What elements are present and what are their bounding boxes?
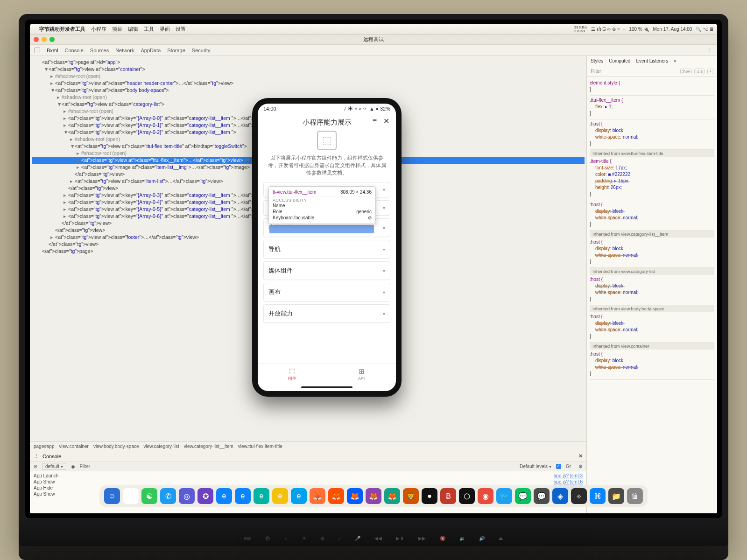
dock-app-icon[interactable]: 🦊: [328, 488, 344, 504]
devtools-tab-console[interactable]: Console: [64, 48, 83, 53]
dock-app-icon[interactable]: 🦊: [310, 488, 325, 504]
style-rule[interactable]: …:host {display: block;white-space: norm…: [590, 119, 714, 150]
tree-node[interactable]: ▸<at">class="tg">view at">class="header …: [32, 80, 585, 87]
battery-status[interactable]: 100 % 🔌: [629, 27, 649, 32]
dock-app-icon[interactable]: 🦊: [347, 488, 363, 504]
category-item[interactable]: 画布▾: [263, 283, 390, 301]
dock-app-icon[interactable]: ☺: [104, 488, 120, 504]
tree-node[interactable]: ▼<at">class="tg">view at">class="body bo…: [32, 87, 585, 94]
dock-app-icon[interactable]: e: [272, 488, 288, 504]
breadcrumb-item[interactable]: page#app: [34, 444, 55, 449]
category-list[interactable]: ▾▾表单组件▾tt-view.ttui-flex__item308.09 × 2…: [258, 182, 396, 363]
dock-app-icon[interactable]: e: [216, 488, 232, 504]
dock-app-icon[interactable]: 📁: [608, 488, 624, 504]
tray-extras[interactable]: 🔍 ⌥ ≣: [696, 27, 713, 32]
cls-toggle[interactable]: .cls: [694, 69, 705, 74]
style-rule[interactable]: …:host {display: block;white-space: norm…: [590, 312, 714, 343]
dock-app-icon[interactable]: 🗑: [627, 488, 643, 504]
devtools-tab-appdata[interactable]: AppData: [141, 48, 161, 53]
console-group-checkbox[interactable]: [556, 464, 561, 469]
dock-app-icon[interactable]: ✪: [197, 488, 213, 504]
styles-filter-label[interactable]: Filter: [591, 69, 601, 74]
add-rule-button[interactable]: +: [707, 69, 713, 74]
minimize-window-icon[interactable]: [42, 37, 47, 42]
menu-item[interactable]: 小程序: [91, 26, 106, 33]
menu-item[interactable]: 工具: [144, 26, 154, 33]
style-rule[interactable]: …:host {display: block;white-space: norm…: [590, 200, 714, 231]
tray-icons[interactable]: ☰ ⏻ G ∞ ⊕ ᯤ ⋯: [591, 27, 626, 32]
console-context-select[interactable]: default ▾: [42, 463, 66, 470]
menu-item[interactable]: 项目: [112, 26, 122, 33]
style-rules[interactable]: element.style {}….ttui-flex__item {flex:…: [587, 77, 717, 513]
menu-item[interactable]: 界面: [160, 26, 170, 33]
dock-app-icon[interactable]: e: [235, 488, 251, 504]
styles-tab[interactable]: Styles: [591, 58, 603, 63]
breadcrumb-item[interactable]: view.container: [59, 444, 89, 449]
console-log-row[interactable]: App Launchapp.js? [sm]:3: [34, 473, 583, 478]
category-item[interactable]: 表单组件▾tt-view.ttui-flex__item308.09 × 24.…: [263, 218, 390, 237]
console-close-icon[interactable]: ✕: [578, 453, 583, 459]
more-tabs-icon[interactable]: »: [674, 58, 677, 63]
dock-app-icon[interactable]: ✆: [160, 488, 176, 504]
tree-node[interactable]: ▼<at">class="tg">view at">class="contain…: [32, 66, 585, 73]
dock-app-icon[interactable]: 🦁: [403, 488, 419, 504]
app-name[interactable]: 字节跳动开发者工具: [39, 26, 85, 33]
event-listeners-tab[interactable]: Event Listeners: [636, 58, 668, 63]
console-filter-input[interactable]: [80, 464, 515, 469]
menu-item[interactable]: 设置: [176, 26, 186, 33]
dock-app-icon[interactable]: ⬡: [459, 488, 475, 504]
home-indicator[interactable]: [301, 386, 352, 388]
dock-app-icon[interactable]: ☯: [141, 488, 157, 504]
window-controls[interactable]: [34, 37, 55, 42]
dock-app-icon[interactable]: ⟐: [571, 488, 587, 504]
category-item[interactable]: 开放能力▾: [263, 304, 390, 323]
dock-app-icon[interactable]: ⌘: [590, 488, 606, 504]
category-item[interactable]: 媒体组件▾: [263, 261, 390, 280]
close-window-icon[interactable]: [34, 37, 39, 42]
devtools-tab-sources[interactable]: Sources: [90, 48, 109, 53]
style-rule[interactable]: ….ttui-flex__item {flex: ▸ 1;}: [590, 96, 714, 119]
console-levels-select[interactable]: Default levels ▾: [520, 464, 551, 469]
style-rule[interactable]: element.style {}: [590, 78, 714, 96]
dock-app-icon[interactable]: Ƀ: [440, 488, 456, 504]
dock-app-icon[interactable]: ●: [422, 488, 437, 504]
dock-app-icon[interactable]: 🦊: [384, 488, 400, 504]
tree-node[interactable]: ▸#shadow-root (open): [32, 73, 585, 80]
devtools-tab-bxml[interactable]: Bxml: [47, 48, 58, 53]
dock-app-icon[interactable]: e: [254, 488, 269, 504]
menu-item[interactable]: 编辑: [128, 26, 138, 33]
tree-node[interactable]: <at">class="tg">page at">id="app">: [32, 59, 585, 66]
devtools-tab-storage[interactable]: Storage: [167, 48, 185, 53]
category-item[interactable]: 导航▾: [263, 240, 390, 259]
dock-app-icon[interactable]: ◉: [478, 488, 493, 504]
style-rule[interactable]: …:host {display: block;white-space: norm…: [590, 238, 714, 268]
devtools-tab-security[interactable]: Security: [192, 48, 211, 53]
style-rule[interactable]: ….item-title {font-size: 17px;color: ■ #…: [590, 157, 714, 200]
tab-components[interactable]: ⬚ 组件: [258, 364, 327, 385]
style-rule[interactable]: …:host {display: block;white-space: norm…: [590, 350, 714, 380]
tab-api[interactable]: ⊞ API: [327, 364, 396, 385]
datetime[interactable]: Mon 17. Aug 14:00: [653, 27, 692, 32]
inspect-icon[interactable]: [35, 48, 40, 53]
breadcrumb-item[interactable]: view.ttui-flex.item-title: [238, 444, 282, 449]
dock-app-icon[interactable]: ●: [123, 488, 139, 504]
dock-app-icon[interactable]: 🐦: [496, 488, 512, 504]
console-drawer-header[interactable]: ⋮Console ✕: [30, 451, 586, 461]
devtools-tab-network[interactable]: Network: [115, 48, 134, 53]
dock-app-icon[interactable]: 🦊: [366, 488, 381, 504]
dock-app-icon[interactable]: ◎: [179, 488, 195, 504]
breadcrumb[interactable]: page#appview.containerview.body.body-spa…: [30, 441, 586, 451]
console-eye-icon[interactable]: ◉: [71, 464, 75, 469]
dock-app-icon[interactable]: 💬: [534, 488, 550, 504]
console-clear-icon[interactable]: ⊘: [34, 464, 37, 469]
breadcrumb-item[interactable]: view.body.body-space: [93, 444, 139, 449]
breadcrumb-item[interactable]: view.category-list__item: [184, 444, 233, 449]
hov-toggle[interactable]: :hov: [680, 69, 692, 74]
maximize-window-icon[interactable]: [49, 37, 55, 42]
style-rule[interactable]: …:host {display: block;white-space: norm…: [590, 275, 714, 305]
devtools-menu-icon[interactable]: ⋮: [707, 47, 712, 53]
macos-dock[interactable]: ☺●☯✆◎✪eeeee🦊🦊🦊🦊🦊🦁●Ƀ⬡◉🐦💬💬◈⟐⌘📁🗑: [99, 485, 648, 507]
console-log-row[interactable]: App Showapp.js? [sm]:6: [34, 479, 583, 484]
console-settings-icon[interactable]: ⚙: [578, 464, 583, 469]
console-toggle-icon[interactable]: ⋮: [34, 453, 39, 459]
